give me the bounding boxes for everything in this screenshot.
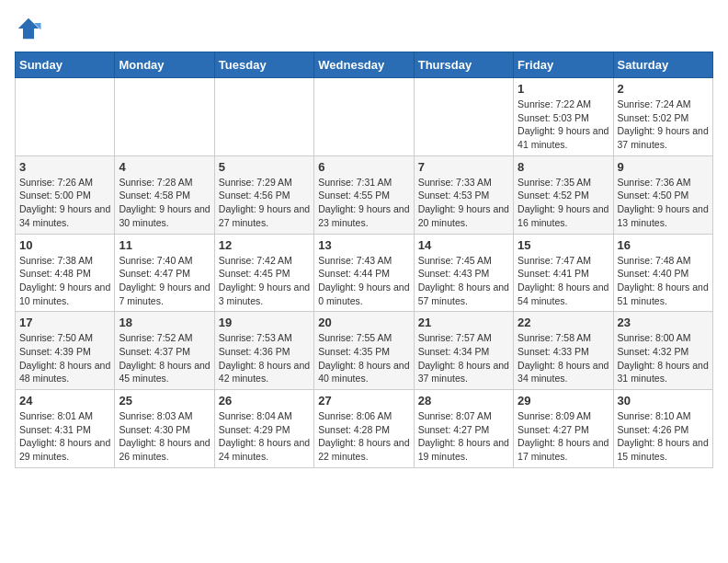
day-info: Sunrise: 7:38 AM Sunset: 4:48 PM Dayligh…: [19, 254, 110, 308]
day-info: Sunrise: 7:28 AM Sunset: 4:58 PM Dayligh…: [119, 176, 210, 230]
calendar-cell: 18Sunrise: 7:52 AM Sunset: 4:37 PM Dayli…: [115, 312, 214, 390]
day-number: 8: [518, 160, 609, 174]
day-info: Sunrise: 7:48 AM Sunset: 4:40 PM Dayligh…: [618, 254, 709, 308]
calendar-cell: [414, 78, 513, 156]
calendar-cell: 23Sunrise: 8:00 AM Sunset: 4:32 PM Dayli…: [613, 312, 712, 390]
calendar-week-row: 10Sunrise: 7:38 AM Sunset: 4:48 PM Dayli…: [16, 234, 713, 312]
day-info: Sunrise: 7:47 AM Sunset: 4:41 PM Dayligh…: [518, 254, 609, 308]
day-number: 11: [119, 238, 210, 252]
calendar-cell: 9Sunrise: 7:36 AM Sunset: 4:50 PM Daylig…: [613, 155, 712, 234]
day-info: Sunrise: 8:00 AM Sunset: 4:32 PM Dayligh…: [618, 331, 709, 385]
day-info: Sunrise: 8:04 AM Sunset: 4:29 PM Dayligh…: [219, 409, 310, 464]
calendar-cell: 27Sunrise: 8:06 AM Sunset: 4:28 PM Dayli…: [314, 390, 414, 468]
day-number: 17: [19, 316, 110, 329]
day-number: 3: [19, 160, 110, 174]
day-number: 2: [618, 82, 709, 96]
day-number: 22: [518, 316, 609, 329]
day-number: 13: [318, 238, 409, 252]
day-number: 4: [119, 160, 210, 174]
day-of-week-header: Thursday: [414, 52, 513, 78]
day-info: Sunrise: 8:07 AM Sunset: 4:27 PM Dayligh…: [418, 409, 509, 464]
day-info: Sunrise: 7:52 AM Sunset: 4:37 PM Dayligh…: [119, 331, 210, 385]
day-number: 25: [119, 394, 210, 408]
day-number: 6: [318, 160, 409, 174]
day-info: Sunrise: 7:50 AM Sunset: 4:39 PM Dayligh…: [19, 331, 110, 385]
calendar-cell: [16, 78, 115, 156]
calendar-cell: 3Sunrise: 7:26 AM Sunset: 5:00 PM Daylig…: [16, 155, 115, 234]
day-number: 12: [219, 238, 310, 252]
day-number: 18: [119, 316, 210, 329]
day-number: 29: [518, 394, 609, 408]
calendar-cell: 1Sunrise: 7:22 AM Sunset: 5:03 PM Daylig…: [514, 78, 613, 156]
calendar-table: SundayMondayTuesdayWednesdayThursdayFrid…: [15, 52, 713, 468]
calendar-cell: [314, 78, 414, 156]
day-number: 10: [19, 238, 110, 252]
day-number: 16: [618, 238, 709, 252]
calendar-cell: 22Sunrise: 7:58 AM Sunset: 4:33 PM Dayli…: [514, 312, 613, 390]
day-number: 24: [19, 394, 110, 408]
day-info: Sunrise: 7:43 AM Sunset: 4:44 PM Dayligh…: [318, 254, 409, 308]
calendar-week-row: 3Sunrise: 7:26 AM Sunset: 5:00 PM Daylig…: [16, 155, 713, 234]
day-of-week-header: Saturday: [613, 52, 712, 78]
day-number: 20: [318, 316, 409, 329]
calendar-week-row: 1Sunrise: 7:22 AM Sunset: 5:03 PM Daylig…: [16, 78, 713, 156]
day-number: 15: [518, 238, 609, 252]
calendar-cell: 20Sunrise: 7:55 AM Sunset: 4:35 PM Dayli…: [314, 312, 414, 390]
day-info: Sunrise: 8:01 AM Sunset: 4:31 PM Dayligh…: [19, 409, 110, 464]
day-info: Sunrise: 7:35 AM Sunset: 4:52 PM Dayligh…: [518, 176, 609, 230]
day-number: 21: [418, 316, 509, 329]
day-info: Sunrise: 8:03 AM Sunset: 4:30 PM Dayligh…: [119, 409, 210, 464]
day-info: Sunrise: 7:57 AM Sunset: 4:34 PM Dayligh…: [418, 331, 509, 385]
day-number: 26: [219, 394, 310, 408]
day-info: Sunrise: 7:58 AM Sunset: 4:33 PM Dayligh…: [518, 331, 609, 385]
calendar-cell: 30Sunrise: 8:10 AM Sunset: 4:26 PM Dayli…: [613, 390, 712, 468]
calendar-cell: 12Sunrise: 7:42 AM Sunset: 4:45 PM Dayli…: [214, 234, 313, 312]
day-info: Sunrise: 7:24 AM Sunset: 5:02 PM Dayligh…: [618, 98, 709, 152]
day-number: 28: [418, 394, 509, 408]
day-number: 27: [318, 394, 409, 408]
calendar-cell: 2Sunrise: 7:24 AM Sunset: 5:02 PM Daylig…: [613, 78, 712, 156]
svg-marker-0: [18, 18, 40, 40]
calendar-cell: 29Sunrise: 8:09 AM Sunset: 4:27 PM Dayli…: [514, 390, 613, 468]
day-number: 30: [618, 394, 709, 408]
day-info: Sunrise: 7:53 AM Sunset: 4:36 PM Dayligh…: [219, 331, 310, 385]
day-info: Sunrise: 7:36 AM Sunset: 4:50 PM Dayligh…: [618, 176, 709, 230]
calendar-cell: [115, 78, 214, 156]
day-info: Sunrise: 7:29 AM Sunset: 4:56 PM Dayligh…: [219, 176, 310, 230]
day-of-week-header: Wednesday: [314, 52, 414, 78]
calendar-cell: 28Sunrise: 8:07 AM Sunset: 4:27 PM Dayli…: [414, 390, 513, 468]
day-info: Sunrise: 7:33 AM Sunset: 4:53 PM Dayligh…: [418, 176, 509, 230]
day-info: Sunrise: 8:09 AM Sunset: 4:27 PM Dayligh…: [518, 409, 609, 464]
calendar-cell: 11Sunrise: 7:40 AM Sunset: 4:47 PM Dayli…: [115, 234, 214, 312]
calendar-cell: 6Sunrise: 7:31 AM Sunset: 4:55 PM Daylig…: [314, 155, 414, 234]
day-number: 23: [618, 316, 709, 329]
logo: [15, 15, 46, 42]
calendar-cell: [214, 78, 313, 156]
day-info: Sunrise: 7:31 AM Sunset: 4:55 PM Dayligh…: [318, 176, 409, 230]
day-of-week-header: Monday: [115, 52, 214, 78]
day-info: Sunrise: 8:06 AM Sunset: 4:28 PM Dayligh…: [318, 409, 409, 464]
calendar-cell: 4Sunrise: 7:28 AM Sunset: 4:58 PM Daylig…: [115, 155, 214, 234]
day-of-week-header: Sunday: [16, 52, 115, 78]
calendar-cell: 24Sunrise: 8:01 AM Sunset: 4:31 PM Dayli…: [16, 390, 115, 468]
day-info: Sunrise: 8:10 AM Sunset: 4:26 PM Dayligh…: [618, 409, 709, 464]
calendar-cell: 25Sunrise: 8:03 AM Sunset: 4:30 PM Dayli…: [115, 390, 214, 468]
page-header: [15, 15, 713, 42]
day-number: 5: [219, 160, 310, 174]
day-info: Sunrise: 7:40 AM Sunset: 4:47 PM Dayligh…: [119, 254, 210, 308]
day-number: 19: [219, 316, 310, 329]
day-info: Sunrise: 7:45 AM Sunset: 4:43 PM Dayligh…: [418, 254, 509, 308]
day-info: Sunrise: 7:42 AM Sunset: 4:45 PM Dayligh…: [219, 254, 310, 308]
logo-icon: [15, 15, 42, 42]
day-info: Sunrise: 7:55 AM Sunset: 4:35 PM Dayligh…: [318, 331, 409, 385]
calendar-week-row: 17Sunrise: 7:50 AM Sunset: 4:39 PM Dayli…: [16, 312, 713, 390]
calendar-cell: 14Sunrise: 7:45 AM Sunset: 4:43 PM Dayli…: [414, 234, 513, 312]
calendar-cell: 17Sunrise: 7:50 AM Sunset: 4:39 PM Dayli…: [16, 312, 115, 390]
calendar-cell: 16Sunrise: 7:48 AM Sunset: 4:40 PM Dayli…: [613, 234, 712, 312]
calendar-cell: 10Sunrise: 7:38 AM Sunset: 4:48 PM Dayli…: [16, 234, 115, 312]
day-of-week-header: Friday: [514, 52, 613, 78]
day-number: 7: [418, 160, 509, 174]
day-info: Sunrise: 7:22 AM Sunset: 5:03 PM Dayligh…: [518, 98, 609, 152]
calendar-cell: 7Sunrise: 7:33 AM Sunset: 4:53 PM Daylig…: [414, 155, 513, 234]
day-info: Sunrise: 7:26 AM Sunset: 5:00 PM Dayligh…: [19, 176, 110, 230]
